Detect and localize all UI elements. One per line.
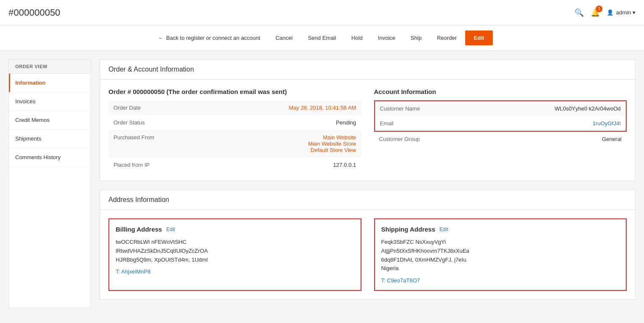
invoice-button[interactable]: Invoice bbox=[371, 31, 402, 44]
action-toolbar: ← Back to register or connect an account… bbox=[0, 25, 644, 51]
header-right: 🔍 🔔 1 👤 admin ▾ bbox=[575, 8, 636, 17]
table-row: Placed from IP 127.0.0.1 bbox=[108, 157, 361, 172]
customer-name-label: Customer Name bbox=[375, 101, 500, 116]
shipping-phone-value[interactable]: C9eo7aT6O7 bbox=[387, 277, 420, 284]
customer-group-table: Customer Group General bbox=[374, 132, 627, 146]
customer-group-value: General bbox=[488, 132, 627, 146]
content-area: Order & Account Information Order # 0000… bbox=[100, 59, 636, 308]
page-title: #000000050 bbox=[8, 7, 60, 18]
purchased-from-value: Main WebsiteMain Website StoreDefault St… bbox=[222, 130, 361, 157]
order-info-table: Order Date May 28, 2018, 10:41:58 AM Ord… bbox=[108, 100, 361, 172]
email-value[interactable]: 1ruOyGfJ4I bbox=[500, 116, 626, 131]
send-email-button[interactable]: Send Email bbox=[301, 31, 343, 44]
address-two-col: Billing Address Edit twOCCRbLWI nFEWoVtS… bbox=[108, 218, 627, 291]
notification-badge: 1 bbox=[596, 6, 602, 12]
order-account-two-col: Order # 000000050 (The order confirmatio… bbox=[108, 88, 627, 172]
address-section: Address Information Billing Address Edit… bbox=[100, 190, 636, 300]
order-info-block: Order # 000000050 (The order confirmatio… bbox=[108, 88, 361, 172]
customer-name-value: WL0s0Yyhe0 k2Ar04woOd bbox=[500, 101, 626, 116]
placed-from-ip-label: Placed from IP bbox=[108, 157, 222, 172]
shipping-address-edit-link[interactable]: Edit bbox=[439, 226, 448, 232]
table-row: Order Status Pending bbox=[108, 115, 361, 130]
email-label: Email bbox=[375, 116, 500, 131]
shipping-address-title: Shipping Address Edit bbox=[381, 226, 620, 233]
top-header: #000000050 🔍 🔔 1 👤 admin ▾ bbox=[0, 0, 644, 25]
placed-from-ip-value: 127.0.0.1 bbox=[222, 157, 361, 172]
ship-button[interactable]: Ship bbox=[404, 31, 428, 44]
shipping-address-text: Feqk3SbFZC NsXxuyVgYi AtjjjPn5tXxSfHKhoo… bbox=[381, 238, 620, 273]
table-row: Email 1ruOyGfJ4I bbox=[375, 116, 626, 131]
table-row: Order Date May 28, 2018, 10:41:58 AM bbox=[108, 100, 361, 115]
admin-label: admin ▾ bbox=[616, 9, 636, 16]
order-account-section: Order & Account Information Order # 0000… bbox=[100, 59, 636, 181]
order-status-label: Order Status bbox=[108, 115, 222, 130]
billing-phone-value[interactable]: AhjxelMnP8 bbox=[121, 268, 150, 275]
address-content: Billing Address Edit twOCCRbLWI nFEWoVtS… bbox=[100, 210, 635, 299]
billing-address-edit-link[interactable]: Edit bbox=[166, 226, 175, 232]
sidebar-item-shipments[interactable]: Shipments bbox=[9, 130, 91, 148]
billing-address-box: Billing Address Edit twOCCRbLWI nFEWoVtS… bbox=[108, 218, 361, 291]
main-layout: ORDER VIEW Information Invoices Credit M… bbox=[0, 51, 644, 317]
account-info-box: Customer Name WL0s0Yyhe0 k2Ar04woOd Emai… bbox=[374, 100, 627, 132]
shipping-address-phone: T: C9eo7aT6O7 bbox=[381, 277, 620, 284]
back-label: Back to register or connect an account bbox=[166, 35, 260, 41]
order-date-value: May 28, 2018, 10:41:58 AM bbox=[222, 100, 361, 115]
sidebar-item-credit-memos[interactable]: Credit Memos bbox=[9, 111, 91, 130]
order-status-value: Pending bbox=[222, 115, 361, 130]
admin-menu[interactable]: 👤 admin ▾ bbox=[607, 9, 636, 16]
customer-group-label: Customer Group bbox=[374, 132, 488, 146]
sidebar: ORDER VIEW Information Invoices Credit M… bbox=[8, 59, 91, 308]
search-icon[interactable]: 🔍 bbox=[575, 8, 584, 17]
order-block-title: Order # 000000050 (The order confirmatio… bbox=[108, 88, 361, 95]
notification-button[interactable]: 🔔 1 bbox=[591, 8, 600, 17]
shipping-address-box: Shipping Address Edit Feqk3SbFZC NsXxuyV… bbox=[374, 218, 627, 291]
sidebar-item-information[interactable]: Information bbox=[9, 74, 91, 92]
billing-address-title: Billing Address Edit bbox=[116, 226, 354, 233]
sidebar-item-comments-history[interactable]: Comments History bbox=[9, 148, 91, 167]
address-section-title: Address Information bbox=[100, 190, 635, 210]
purchased-from-label: Purchased From bbox=[108, 130, 222, 157]
account-info-table: Customer Name WL0s0Yyhe0 k2Ar04woOd Emai… bbox=[375, 101, 626, 131]
account-info-block: Account Information Customer Name WL0s0Y… bbox=[374, 88, 627, 172]
account-block-title: Account Information bbox=[374, 88, 627, 95]
billing-address-text: twOCCRbLWI nFEWoVtSHC lRtwdVHAZzSkDnJ5Cq… bbox=[116, 238, 354, 264]
order-account-content: Order # 000000050 (The order confirmatio… bbox=[100, 80, 635, 181]
table-row: Purchased From Main WebsiteMain Website … bbox=[108, 130, 361, 157]
table-row: Customer Group General bbox=[374, 132, 627, 146]
sidebar-item-invoices[interactable]: Invoices bbox=[9, 92, 91, 111]
sidebar-section-title: ORDER VIEW bbox=[9, 60, 91, 74]
billing-address-phone: T: AhjxelMnP8 bbox=[116, 268, 354, 275]
edit-button[interactable]: Edit bbox=[465, 30, 493, 45]
order-date-label: Order Date bbox=[108, 100, 222, 115]
hold-button[interactable]: Hold bbox=[344, 31, 369, 44]
reorder-button[interactable]: Reorder bbox=[430, 31, 464, 44]
table-row: Customer Name WL0s0Yyhe0 k2Ar04woOd bbox=[375, 101, 626, 116]
order-account-section-title: Order & Account Information bbox=[100, 60, 635, 80]
cancel-button[interactable]: Cancel bbox=[269, 31, 299, 44]
back-button[interactable]: ← Back to register or connect an account bbox=[151, 31, 267, 44]
